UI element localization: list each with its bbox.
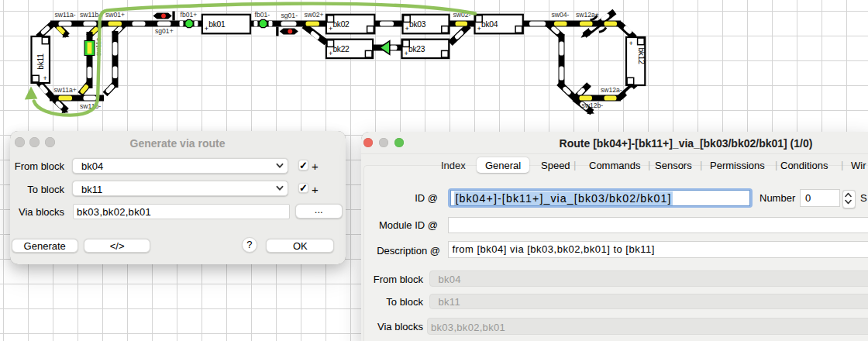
svg-text:sw11b-: sw11b- bbox=[80, 11, 101, 19]
svg-text:fb01+: fb01+ bbox=[181, 11, 198, 19]
svg-text:sw11a+: sw11a+ bbox=[54, 86, 77, 94]
svg-text:sw01+: sw01+ bbox=[105, 11, 125, 19]
svg-text:+: + bbox=[629, 40, 633, 47]
svg-text:bk22: bk22 bbox=[332, 45, 350, 53]
svg-text:+: + bbox=[405, 50, 408, 57]
svg-text:+: + bbox=[205, 25, 208, 33]
svg-text:sg01-: sg01- bbox=[281, 12, 298, 19]
svg-text:sw04-: sw04- bbox=[552, 11, 570, 19]
svg-text:+: + bbox=[329, 50, 332, 57]
svg-text:sw12b-: sw12b- bbox=[582, 102, 604, 109]
svg-text:bk03: bk03 bbox=[409, 20, 426, 29]
svg-text:sw12a+: sw12a+ bbox=[576, 11, 599, 19]
svg-text:fb01-: fb01- bbox=[255, 11, 270, 19]
svg-text:sw11a-: sw11a- bbox=[55, 11, 76, 19]
svg-text:bk12: bk12 bbox=[637, 47, 646, 64]
svg-text:+: + bbox=[405, 25, 409, 33]
svg-text:bk23: bk23 bbox=[408, 45, 425, 53]
svg-text:+: + bbox=[329, 25, 332, 33]
svg-text:bk01: bk01 bbox=[208, 20, 226, 29]
svg-text:+: + bbox=[43, 74, 47, 82]
svg-text:sw12a-: sw12a- bbox=[601, 86, 622, 94]
svg-text:bk02: bk02 bbox=[332, 20, 350, 29]
svg-text:sg01+: sg01+ bbox=[155, 27, 174, 35]
svg-text:bk11: bk11 bbox=[36, 53, 45, 70]
svg-text:bk04: bk04 bbox=[481, 20, 498, 29]
svg-text:+: + bbox=[477, 25, 481, 33]
svg-text:sw02+: sw02+ bbox=[305, 11, 324, 19]
